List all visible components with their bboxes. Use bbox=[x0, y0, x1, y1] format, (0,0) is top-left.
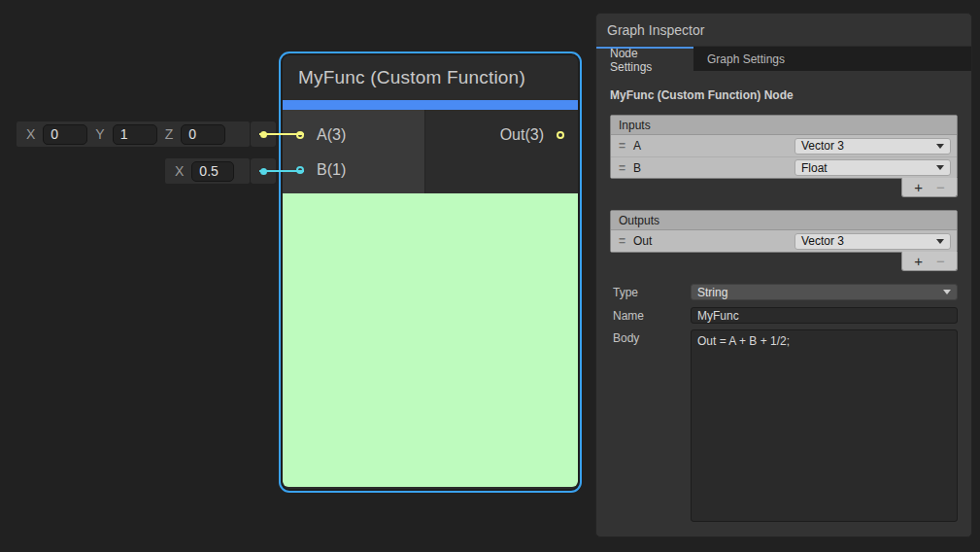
output-port-out-label: Out(3) bbox=[500, 126, 544, 144]
output-out-type-value: Vector 3 bbox=[801, 234, 936, 248]
chevron-down-icon bbox=[943, 290, 951, 294]
input-b-name: B bbox=[633, 161, 794, 175]
x-value-field[interactable]: 0 bbox=[43, 124, 87, 145]
x-axis-label: X bbox=[26, 126, 35, 142]
output-port-out-icon[interactable] bbox=[557, 131, 564, 139]
node-settings-heading: MyFunc (Custom Function) Node bbox=[610, 88, 794, 102]
input-port-a-label: A(3) bbox=[317, 126, 346, 144]
node-preview bbox=[283, 193, 578, 487]
z-axis-label: Z bbox=[165, 126, 174, 142]
drag-handle-icon[interactable]: = bbox=[619, 139, 625, 153]
output-out-type-dropdown[interactable]: Vector 3 bbox=[794, 233, 951, 250]
remove-input-button[interactable]: − bbox=[936, 180, 945, 194]
name-label: Name bbox=[613, 309, 644, 323]
node-input-ports: A(3) B(1) bbox=[283, 110, 424, 193]
chevron-down-icon bbox=[936, 239, 944, 244]
graph-inspector-panel: Graph Inspector Node Settings Graph Sett… bbox=[595, 13, 972, 537]
outputs-row-out[interactable]: = Out Vector 3 bbox=[611, 230, 957, 252]
node-output-ports: Out(3) bbox=[424, 110, 578, 193]
input-a-type-dropdown[interactable]: Vector 3 bbox=[794, 138, 951, 155]
type-dropdown[interactable]: String bbox=[691, 284, 958, 300]
float-value-widget: X 0.5 bbox=[165, 158, 250, 184]
type-value: String bbox=[697, 286, 943, 299]
port-row-a: A(3) bbox=[283, 118, 424, 153]
edge-vector3-to-a[interactable] bbox=[259, 133, 304, 135]
outputs-list-footer: + − bbox=[901, 252, 958, 271]
chevron-down-icon bbox=[936, 165, 944, 170]
body-label: Body bbox=[613, 331, 639, 345]
y-value-field[interactable]: 1 bbox=[113, 124, 157, 145]
inputs-list-header: Inputs bbox=[611, 116, 957, 135]
inspector-title: Graph Inspector bbox=[607, 22, 704, 38]
vector3-value-widget: X 0 Y 1 Z 0 bbox=[17, 121, 250, 147]
add-output-button[interactable]: + bbox=[914, 254, 923, 268]
remove-output-button[interactable]: − bbox=[936, 254, 945, 268]
y-axis-label: Y bbox=[95, 126, 104, 142]
type-label: Type bbox=[613, 286, 638, 299]
x-axis-label-float: X bbox=[175, 163, 184, 179]
inspector-tabbar: Node Settings Graph Settings bbox=[596, 47, 971, 71]
inspector-header[interactable]: Graph Inspector bbox=[596, 14, 971, 47]
inputs-row-b[interactable]: = B Float bbox=[611, 156, 957, 178]
input-b-type-value: Float bbox=[801, 161, 936, 175]
add-input-button[interactable]: + bbox=[914, 180, 923, 194]
input-b-type-dropdown[interactable]: Float bbox=[794, 159, 951, 176]
node-accent-bar bbox=[283, 100, 578, 110]
inputs-list: Inputs = A Vector 3 = B Float bbox=[610, 115, 958, 179]
float-value-field[interactable]: 0.5 bbox=[191, 161, 234, 182]
input-port-b-label: B(1) bbox=[317, 161, 346, 179]
inputs-row-a[interactable]: = A Vector 3 bbox=[611, 135, 957, 156]
node-header[interactable]: MyFunc (Custom Function) bbox=[283, 55, 578, 100]
edge-float-to-b[interactable] bbox=[259, 170, 304, 172]
custom-function-node[interactable]: MyFunc (Custom Function) A(3) B(1) Out(3… bbox=[281, 53, 580, 491]
node-title: MyFunc (Custom Function) bbox=[298, 67, 525, 88]
chevron-down-icon bbox=[936, 144, 944, 149]
port-row-out: Out(3) bbox=[425, 118, 578, 153]
output-out-name: Out bbox=[633, 234, 794, 248]
outputs-list-header: Outputs bbox=[611, 211, 957, 230]
outputs-list: Outputs = Out Vector 3 bbox=[610, 210, 958, 253]
shader-graph-canvas[interactable]: X 0 Y 1 Z 0 X 0.5 MyFunc (Custom Functio… bbox=[0, 0, 980, 552]
drag-handle-icon[interactable]: = bbox=[619, 234, 625, 248]
drag-handle-icon[interactable]: = bbox=[619, 161, 625, 175]
node-ports: A(3) B(1) Out(3) bbox=[283, 110, 578, 193]
tab-node-settings[interactable]: Node Settings bbox=[596, 47, 693, 71]
z-value-field[interactable]: 0 bbox=[181, 124, 225, 145]
name-input[interactable]: MyFunc bbox=[691, 307, 958, 324]
inputs-list-footer: + − bbox=[901, 178, 958, 197]
body-textarea[interactable]: Out = A + B + 1/2; bbox=[691, 329, 958, 522]
input-a-name: A bbox=[633, 139, 794, 153]
tab-graph-settings[interactable]: Graph Settings bbox=[693, 47, 798, 71]
input-a-type-value: Vector 3 bbox=[801, 139, 936, 153]
